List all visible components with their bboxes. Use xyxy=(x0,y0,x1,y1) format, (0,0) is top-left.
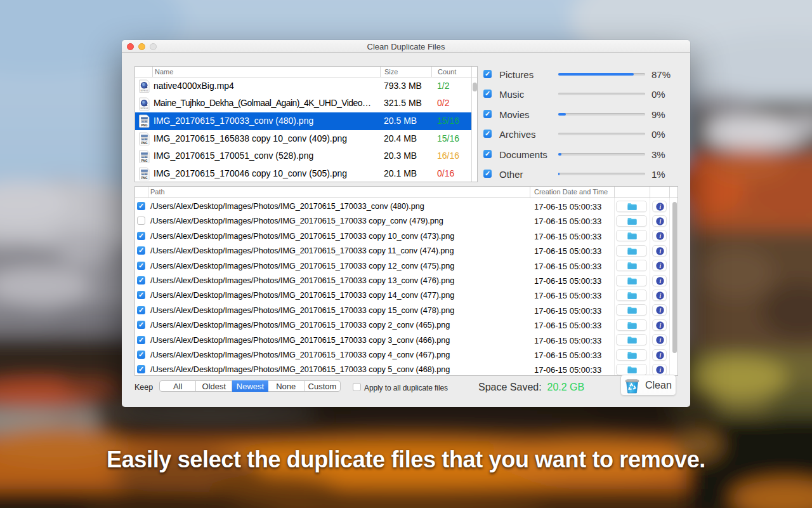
svg-text:i: i xyxy=(659,367,661,373)
svg-text:PNG: PNG xyxy=(141,142,148,145)
svg-text:i: i xyxy=(659,337,661,344)
svg-text:i: i xyxy=(659,277,661,284)
svg-text:i: i xyxy=(659,233,661,239)
svg-text:i: i xyxy=(659,293,661,299)
svg-text:PNG: PNG xyxy=(141,177,148,180)
svg-text:i: i xyxy=(659,248,661,254)
svg-text:i: i xyxy=(659,352,661,358)
svg-text:PNG: PNG xyxy=(141,124,148,128)
svg-text:i: i xyxy=(659,307,661,314)
svg-text:MPEG4: MPEG4 xyxy=(141,107,148,110)
svg-text:i: i xyxy=(659,263,661,269)
svg-text:i: i xyxy=(659,218,661,225)
svg-text:MPEG4: MPEG4 xyxy=(141,90,148,92)
svg-text:i: i xyxy=(659,203,661,210)
svg-text:PNG: PNG xyxy=(141,159,148,163)
svg-text:i: i xyxy=(659,322,661,328)
